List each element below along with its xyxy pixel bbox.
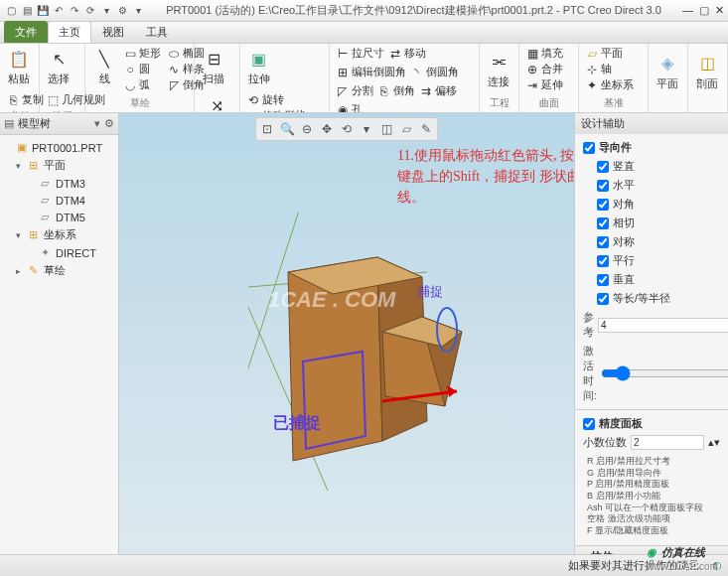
move-icon: ⤨ <box>206 94 227 113</box>
trim-button[interactable]: ⊟扫描 <box>201 46 226 88</box>
tree-dtm4[interactable]: ▱DTM4 <box>4 192 114 209</box>
chk-vert[interactable]: 竖直 <box>597 157 720 176</box>
rect-button[interactable]: ▭矩形 <box>123 46 161 61</box>
fill-button[interactable]: ▦填充 <box>525 46 563 61</box>
connect-button[interactable]: ⫘连接 <box>486 49 511 91</box>
hole-button[interactable]: ◉孔 <box>336 102 363 113</box>
pan-icon[interactable]: ✥ <box>318 120 336 138</box>
plane-icon: ▱ <box>585 47 599 61</box>
section-button[interactable]: ◫剖面 <box>694 51 720 93</box>
offset-button[interactable]: ⇉偏移 <box>419 83 457 98</box>
tree-planes[interactable]: ▾⊞平面 <box>4 156 114 175</box>
csys-button[interactable]: ✦坐标系 <box>585 77 634 92</box>
tab-home[interactable]: 主页 <box>48 21 91 43</box>
settings-icon[interactable]: ⚙ <box>115 4 129 18</box>
chk-parallel[interactable]: 平行 <box>597 251 720 270</box>
close-win-icon[interactable]: ▾ <box>99 4 113 18</box>
tree-sketch[interactable]: ▸✎草绘 <box>4 261 114 280</box>
group-sketchedit: ⊟扫描 ⤨移动和旋转 编辑草绘 <box>195 44 240 112</box>
spinner-icon[interactable]: ▴▾ <box>708 436 720 449</box>
saved-views-icon[interactable]: ▾ <box>358 120 375 138</box>
tab-view[interactable]: 视图 <box>91 21 135 43</box>
arc-button[interactable]: ◡弧 <box>123 77 161 92</box>
activate-slider[interactable] <box>601 363 728 383</box>
pattern-button[interactable]: ⊞编辑倒圆角 <box>336 65 406 79</box>
extend-button[interactable]: ⇥延伸 <box>525 77 563 92</box>
tree-dtm5[interactable]: ▱DTM5 <box>4 209 114 225</box>
section-icon: ◫ <box>696 53 718 74</box>
extrude-button[interactable]: ▣拉伸 <box>246 46 272 88</box>
paste-button[interactable]: 📋粘贴 <box>6 46 32 88</box>
new-icon[interactable]: ▢ <box>4 4 18 18</box>
revolve-button[interactable]: ⟲旋转 <box>246 92 306 107</box>
tree-settings-icon[interactable]: ⚙ <box>104 117 114 130</box>
select-button[interactable]: ↖选择 <box>46 46 72 88</box>
viewport[interactable]: ⊡ 🔍 ⊖ ✥ ⟲ ▾ ◫ ▱ ✎ <box>119 113 574 554</box>
expand-icon[interactable]: ▸ <box>16 266 26 276</box>
axis-button[interactable]: ⊹轴 <box>585 62 612 76</box>
chk-horiz[interactable]: 水平 <box>597 176 720 195</box>
move2-button[interactable]: ⇄移动 <box>388 46 426 61</box>
resize-button[interactable]: ⊢拉尺寸 <box>336 46 384 61</box>
tree-root[interactable]: ▣PRT0001.PRT <box>4 139 114 156</box>
tab-tools[interactable]: 工具 <box>135 21 179 43</box>
display-style-icon[interactable]: ◫ <box>377 120 395 138</box>
design-assist-panel: 设计辅助 导向件 竖直 水平 对角 相切 对称 平行 垂直 等长/等半径 参考▴… <box>575 113 728 410</box>
model-tree-panel: ▤ 模型树 ▾ ⚙ ▣PRT0001.PRT ▾⊞平面 ▱DTM3 ▱DTM4 … <box>0 113 119 554</box>
open-icon[interactable]: ▤ <box>20 4 34 18</box>
circle-button[interactable]: ○圆 <box>123 62 161 76</box>
redo-icon[interactable]: ↷ <box>68 4 81 18</box>
merge-button[interactable]: ⊕合并 <box>525 62 563 76</box>
chk-perp[interactable]: 垂直 <box>597 270 720 289</box>
guides-checkbox[interactable]: 导向件 <box>583 138 720 157</box>
chk-diag[interactable]: 对角 <box>597 195 720 214</box>
tab-file[interactable]: 文件 <box>4 21 48 43</box>
copy2-button[interactable]: ⎘倒角 <box>377 83 415 98</box>
folder-icon: ⊞ <box>29 228 41 241</box>
refit-icon[interactable]: ⊡ <box>258 120 276 138</box>
dropdown-icon[interactable]: ▾ <box>131 4 145 18</box>
line-button[interactable]: ╲线 <box>91 46 117 92</box>
copy-button[interactable]: ⎘复制 <box>6 92 44 107</box>
filter-icon[interactable]: ▾ <box>94 117 100 130</box>
status-bar: 如果要对其进行操作的顶元. ◐ <box>0 554 728 576</box>
plane2-button[interactable]: ◈平面 <box>655 51 680 93</box>
save-icon[interactable]: 💾 <box>36 4 50 18</box>
collapse-icon[interactable]: ▾ <box>16 161 26 171</box>
chk-tangent[interactable]: 相切 <box>597 214 720 232</box>
step-annotation: 11.使用鼠标拖动红色箭头, 按住键盘上的Shift，捕捉到 形状曲线。 <box>397 145 574 208</box>
model-3d[interactable] <box>248 213 477 491</box>
decimals-input[interactable] <box>631 435 704 450</box>
fillet-button[interactable]: ◝倒圆角 <box>410 65 459 79</box>
ref-input[interactable] <box>598 318 728 333</box>
precision-checkbox[interactable]: 精度面板 <box>583 414 720 433</box>
zoom-in-icon[interactable]: 🔍 <box>278 120 296 138</box>
minimize-icon[interactable]: — <box>682 4 693 17</box>
tree-csys[interactable]: ▾⊞坐标系 <box>4 225 114 244</box>
group-surf: ▦填充 ⊕合并 ⇥延伸 曲面 <box>519 44 579 112</box>
close-icon[interactable]: ✕ <box>715 4 724 17</box>
connect-icon: ⫘ <box>488 51 510 72</box>
chk-symm[interactable]: 对称 <box>597 232 720 251</box>
panel-header[interactable]: 设计辅助 <box>575 113 728 134</box>
quick-access-toolbar: ▢ ▤ 💾 ↶ ↷ ⟳ ▾ ⚙ ▾ <box>4 4 145 18</box>
group-sketch: ╲线 ▭矩形 ○圆 ◡弧 ⬭椭圆 ∿样条 ◸倒角 草绘 <box>85 44 195 112</box>
move-button[interactable]: ⤨移动和旋转 <box>201 92 233 113</box>
collapse-icon[interactable]: ▾ <box>16 230 26 240</box>
annotation-display-icon[interactable]: ✎ <box>417 120 435 138</box>
chamfer2-button[interactable]: ◸分割 <box>336 83 373 98</box>
zoom-out-icon[interactable]: ⊖ <box>298 120 316 138</box>
regen-icon[interactable]: ⟳ <box>83 4 97 18</box>
chk-equal[interactable]: 等长/等半径 <box>597 289 720 308</box>
tree-icon[interactable]: ▤ <box>4 117 14 130</box>
rotate-icon[interactable]: ⟲ <box>338 120 356 138</box>
maximize-icon[interactable]: ▢ <box>699 4 709 17</box>
tree-direct[interactable]: ✦DIRECT <box>4 244 114 261</box>
plane-button[interactable]: ▱平面 <box>585 46 623 61</box>
window-title: PRT0001 (活动的) E:\Creo工作目录\工作文件\0912\Dire… <box>145 3 682 18</box>
shortcut-hints: R 启用/禁用拉尺寸考 G 启用/禁用导向件 P 启用/禁用精度面板 B 启用/… <box>583 452 720 541</box>
undo-icon[interactable]: ↶ <box>52 4 66 18</box>
tree-dtm3[interactable]: ▱DTM3 <box>4 175 114 192</box>
group-label: 基准 <box>585 94 642 110</box>
datum-display-icon[interactable]: ▱ <box>397 120 415 138</box>
